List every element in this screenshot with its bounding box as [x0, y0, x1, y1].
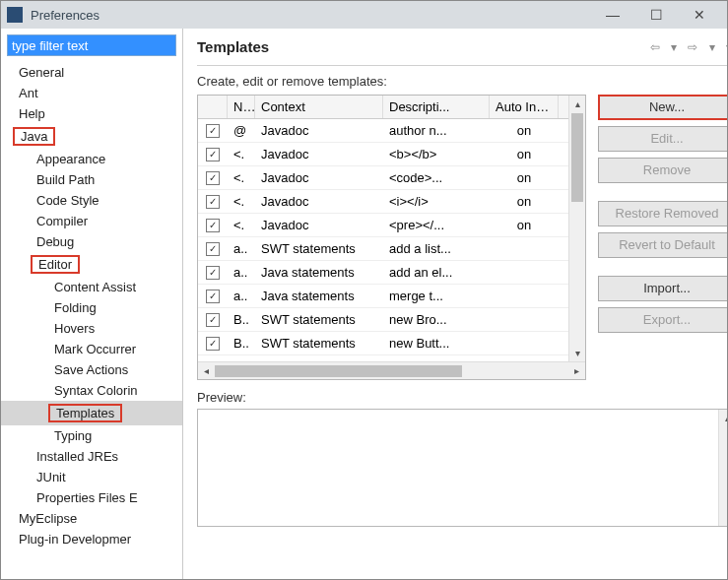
tree-item-typing[interactable]: Typing	[1, 425, 182, 446]
preview-scrollbar[interactable]: ▴	[718, 410, 727, 526]
row-context: Javadoc	[255, 168, 383, 187]
tree-item-junit[interactable]: JUnit	[1, 467, 182, 487]
row-checkbox[interactable]: ✓	[206, 124, 220, 138]
row-checkbox[interactable]: ✓	[206, 290, 220, 303]
main-panel: Templates ⇦ ▾ ⇨ ▾ ▾ Create, edit or remo…	[183, 29, 727, 579]
templates-table[interactable]: Na... Context Descripti... Auto Ins... ✓…	[197, 95, 586, 380]
row-description: new Bro...	[383, 310, 490, 329]
tree-item-appearance[interactable]: Appearance	[1, 149, 182, 169]
remove-button[interactable]: Remove	[598, 158, 727, 183]
tree-item-general[interactable]: General	[1, 62, 182, 83]
preview-scroll-up-icon[interactable]: ▴	[719, 410, 727, 426]
table-horizontal-scrollbar[interactable]: ◂ ▸	[198, 361, 585, 379]
tree-item-properties-files-e[interactable]: Properties Files E	[1, 487, 182, 508]
tree-item-templates[interactable]: Templates	[1, 401, 182, 425]
tree-item-installed-jres[interactable]: Installed JREs	[1, 446, 182, 467]
table-row[interactable]: ✓<.Javadoc<b></b>on	[198, 143, 585, 166]
row-auto-insert	[490, 294, 559, 298]
row-name: <.	[228, 168, 255, 187]
titlebar: Preferences — ☐ ✕	[1, 1, 727, 29]
table-row[interactable]: ✓@Javadocauthor n...on	[198, 119, 585, 143]
scroll-thumb[interactable]	[571, 113, 583, 202]
row-checkbox[interactable]: ✓	[206, 171, 220, 185]
table-row[interactable]: ✓B..SWT statementsnew Bro...	[198, 308, 585, 332]
restore-removed-button[interactable]: Restore Removed	[598, 201, 727, 226]
export-button[interactable]: Export...	[598, 307, 727, 333]
nav-arrows-toolbar[interactable]: ⇦ ▾ ⇨ ▾ ▾	[650, 40, 727, 54]
row-name: a..	[228, 239, 255, 258]
tree-item-mark-occurrer[interactable]: Mark Occurrer	[1, 339, 182, 359]
tree-item-myeclipse[interactable]: MyEclipse	[1, 508, 182, 529]
minimize-button[interactable]: —	[591, 1, 634, 29]
new-button[interactable]: New...	[598, 95, 727, 120]
tree-item-hovers[interactable]: Hovers	[1, 318, 182, 339]
tree-item-build-path[interactable]: Build Path	[1, 169, 182, 190]
row-name: a..	[228, 263, 255, 282]
tree-item-syntax-colorin[interactable]: Syntax Colorin	[1, 380, 182, 401]
row-context: Javadoc	[255, 121, 383, 140]
table-header: Na... Context Descripti... Auto Ins...	[198, 96, 585, 119]
row-checkbox[interactable]: ✓	[206, 266, 220, 280]
tree-item-save-actions[interactable]: Save Actions	[1, 359, 182, 380]
instruction-label: Create, edit or remove templates:	[197, 74, 727, 89]
tree-item-compiler[interactable]: Compiler	[1, 211, 182, 231]
row-name: a..	[228, 287, 255, 305]
row-context: SWT statements	[255, 239, 383, 258]
scroll-left-icon[interactable]: ◂	[198, 365, 215, 376]
table-row[interactable]: ✓B..SWT statementsnew Butt...	[198, 332, 585, 355]
row-name: @	[228, 121, 255, 140]
preview-textarea[interactable]: ▴	[197, 409, 727, 527]
table-row[interactable]: ✓a..SWT statementsadd a list...	[198, 237, 585, 261]
row-description: new Butt...	[383, 334, 490, 353]
row-auto-insert: on	[490, 216, 559, 234]
table-row[interactable]: ✓<.Javadoc<code>...on	[198, 166, 585, 190]
scroll-down-icon[interactable]: ▾	[569, 345, 585, 361]
row-checkbox[interactable]: ✓	[206, 337, 220, 351]
buttons-column: New... Edit... Remove Restore Removed Re…	[598, 95, 727, 380]
row-context: SWT statements	[255, 334, 383, 353]
row-checkbox[interactable]: ✓	[206, 148, 220, 161]
maximize-button[interactable]: ☐	[634, 1, 678, 29]
close-button[interactable]: ✕	[678, 1, 721, 29]
table-row[interactable]: ✓a..Java statementsmerge t...	[198, 285, 585, 308]
table-row[interactable]: ✓<.Javadoc<pre></...on	[198, 214, 585, 237]
row-checkbox[interactable]: ✓	[206, 195, 220, 209]
scroll-up-icon[interactable]: ▴	[569, 96, 585, 112]
table-vertical-scrollbar[interactable]: ▴ ▾	[568, 96, 585, 361]
table-row[interactable]: ✓<.Javadoc<i></i>on	[198, 190, 585, 214]
table-row[interactable]: ✓a..Java statementsadd an el...	[198, 261, 585, 285]
tree-item-folding[interactable]: Folding	[1, 297, 182, 318]
row-context: Javadoc	[255, 216, 383, 234]
col-context[interactable]: Context	[255, 96, 383, 118]
col-auto-insert[interactable]: Auto Ins...	[490, 96, 559, 118]
tree-item-java[interactable]: Java	[1, 124, 182, 149]
tree-item-content-assist[interactable]: Content Assist	[1, 277, 182, 297]
row-context: SWT statements	[255, 310, 383, 329]
row-auto-insert: on	[490, 192, 559, 211]
tree-item-help[interactable]: Help	[1, 103, 182, 124]
edit-button[interactable]: Edit...	[598, 126, 727, 152]
preference-tree: GeneralAntHelpJavaAppearanceBuild PathCo…	[1, 62, 182, 579]
hscroll-thumb[interactable]	[215, 365, 462, 377]
row-checkbox[interactable]: ✓	[206, 242, 220, 256]
page-title: Templates	[197, 38, 650, 55]
col-name[interactable]: Na...	[228, 96, 255, 118]
row-checkbox[interactable]: ✓	[206, 219, 220, 232]
tree-item-plug-in-developmer[interactable]: Plug-in Developmer	[1, 529, 182, 549]
row-checkbox[interactable]: ✓	[206, 313, 220, 327]
tree-item-ant[interactable]: Ant	[1, 83, 182, 103]
tree-item-code-style[interactable]: Code Style	[1, 190, 182, 211]
row-description: add an el...	[383, 263, 490, 282]
row-description: <i></i>	[383, 192, 490, 211]
scroll-right-icon[interactable]: ▸	[568, 365, 585, 376]
col-description[interactable]: Descripti...	[383, 96, 490, 118]
filter-input[interactable]	[7, 34, 176, 56]
row-auto-insert: on	[490, 121, 559, 140]
tree-item-editor[interactable]: Editor	[1, 252, 182, 277]
import-button[interactable]: Import...	[598, 276, 727, 301]
row-auto-insert	[490, 318, 559, 322]
row-auto-insert	[490, 247, 559, 251]
revert-to-default-button[interactable]: Revert to Default	[598, 232, 727, 258]
tree-item-debug[interactable]: Debug	[1, 231, 182, 252]
sidebar: GeneralAntHelpJavaAppearanceBuild PathCo…	[1, 29, 183, 579]
